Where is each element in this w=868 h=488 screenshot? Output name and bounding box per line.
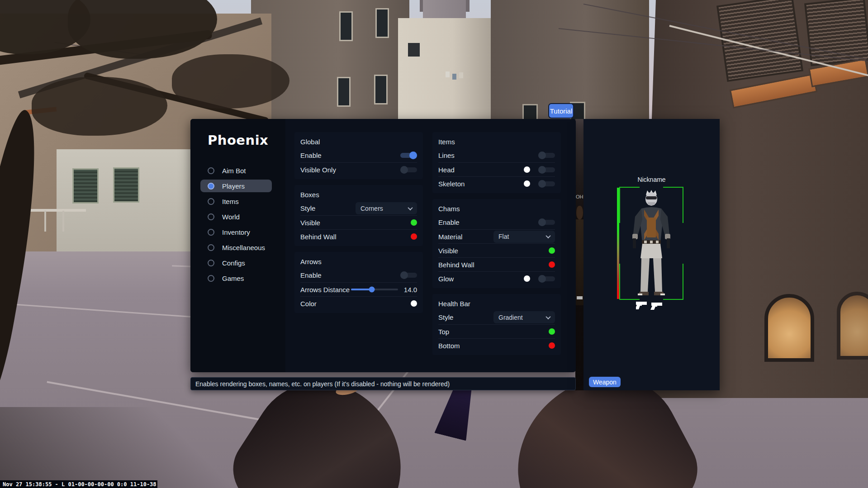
debug-text: Nov 27 15:38:55 - L 01-00-00-00-00 0:0 1… — [3, 481, 157, 488]
sidebar: Phoenix Aim Bot Players Items World — [190, 119, 285, 372]
slider-value: 14.0 — [403, 286, 417, 294]
setting-label: Visible — [438, 247, 458, 255]
radio-icon — [208, 244, 214, 251]
world-esp-sliver: OH — [575, 119, 583, 390]
esp-preview-panel: Nickname — [583, 119, 720, 390]
toggle-knob — [400, 166, 408, 174]
setting-label: Bottom — [438, 342, 460, 350]
esp-weapon-icon — [577, 296, 583, 299]
railing-bar — [44, 211, 46, 232]
shuttered-window — [113, 167, 139, 203]
material-dropdown[interactable]: Flat — [493, 231, 555, 243]
panel-boxes: Boxes Style Corners Visible Behind Wall — [294, 185, 423, 246]
clothesline-item — [459, 72, 463, 78]
setting-label: Enable — [438, 218, 460, 226]
sidebar-item-configs[interactable]: Configs — [200, 256, 272, 269]
preview-player-model — [629, 190, 674, 298]
setting-label: Style — [438, 313, 453, 321]
setting-label: Behind Wall — [300, 233, 336, 241]
healthbar-style-dropdown[interactable]: Gradient — [493, 311, 555, 323]
panel-chams: Chams Enable Material Flat Visible — [432, 199, 561, 288]
radio-icon — [208, 198, 214, 205]
setting-label: Visible Only — [300, 166, 336, 174]
chevron-down-icon — [545, 314, 550, 319]
toggle-knob — [538, 152, 546, 159]
setting-row: Head — [438, 162, 555, 176]
visible-only-toggle[interactable] — [400, 167, 417, 172]
radio-icon — [208, 229, 214, 236]
tutorial-button[interactable]: Tutorial — [548, 103, 574, 118]
color-swatch[interactable] — [411, 219, 417, 226]
color-swatch[interactable] — [549, 261, 555, 268]
sidebar-item-players[interactable]: Players — [200, 180, 272, 192]
panel-title: Chams — [438, 199, 555, 215]
setting-label: Style — [300, 204, 315, 212]
clothesline-item — [446, 71, 450, 77]
panel-title: Arrows — [300, 252, 417, 268]
arrows-enable-toggle[interactable] — [400, 273, 417, 278]
lines-toggle[interactable] — [538, 153, 555, 158]
setting-row: Top — [438, 324, 555, 338]
ground-shadow — [0, 407, 253, 488]
chams-enable-toggle[interactable] — [538, 220, 555, 225]
color-swatch[interactable] — [524, 166, 530, 173]
sidebar-item-items[interactable]: Items — [200, 195, 272, 208]
color-swatch[interactable] — [524, 275, 530, 282]
sidebar-item-miscellaneous[interactable]: Miscellaneous — [200, 241, 272, 254]
color-swatch[interactable] — [411, 233, 417, 240]
clothesline-item — [452, 74, 456, 80]
panel-global: Global Enable Visible Only — [294, 132, 423, 179]
sidebar-item-games[interactable]: Games — [200, 272, 272, 284]
dropdown-value: Gradient — [498, 314, 523, 321]
setting-row: Visible — [438, 243, 555, 257]
sidebar-item-world[interactable]: World — [200, 210, 272, 223]
sidebar-nav: Aim Bot Players Items World Inventory — [208, 164, 285, 284]
sidebar-item-aim-bot[interactable]: Aim Bot — [200, 164, 272, 177]
railing-bar — [62, 211, 64, 232]
status-bar: Enables rendering boxes, names, etc. on … — [190, 377, 576, 390]
head-toggle[interactable] — [538, 167, 555, 172]
setting-label: Enable — [300, 271, 322, 279]
toggle-knob — [409, 152, 417, 159]
style-dropdown[interactable]: Corners — [356, 202, 417, 214]
radio-icon — [208, 213, 214, 220]
panel-title: Health Bar — [438, 294, 555, 310]
slider-knob[interactable] — [369, 287, 375, 293]
glow-toggle[interactable] — [538, 276, 555, 281]
arrows-distance-slider[interactable] — [351, 289, 398, 290]
color-swatch[interactable] — [549, 328, 555, 335]
enable-toggle[interactable] — [400, 153, 417, 158]
radio-icon — [208, 275, 214, 282]
page-title: Phoenix — [208, 133, 285, 148]
dropdown-value: Corners — [360, 205, 383, 212]
color-swatch[interactable] — [549, 342, 555, 349]
toggle-knob — [538, 166, 546, 174]
skeleton-toggle[interactable] — [538, 181, 555, 186]
cheat-menu-window: Phoenix Aim Bot Players Items World — [190, 119, 576, 372]
radio-icon — [208, 167, 214, 174]
enemy-player-body — [575, 219, 583, 305]
setting-label: Behind Wall — [438, 261, 474, 269]
panel-health-bar: Health Bar Style Gradient Top Bottom — [432, 294, 561, 355]
sidebar-item-inventory[interactable]: Inventory — [200, 226, 272, 238]
debug-console-bar: Nov 27 15:38:55 - L 01-00-00-00-00 0:0 1… — [0, 480, 157, 488]
toggle-knob — [538, 218, 546, 226]
color-swatch[interactable] — [549, 247, 555, 254]
color-swatch[interactable] — [411, 300, 417, 307]
setting-label: Arrows Distance — [300, 286, 350, 294]
preview-weapon-icons — [636, 300, 665, 310]
setting-row: Enable — [438, 215, 555, 229]
status-text: Enables rendering boxes, names, etc. on … — [195, 380, 450, 388]
settings-content: Global Enable Visible Only Boxes Style — [285, 119, 576, 372]
setting-row: Style Gradient — [438, 310, 555, 324]
setting-row: Behind Wall — [438, 257, 555, 271]
setting-row: Material Flat — [438, 229, 555, 243]
arched-window — [764, 294, 814, 362]
setting-label: Head — [438, 166, 455, 174]
panel-items: Items Lines Head Skeleton — [432, 132, 561, 193]
enemy-player — [576, 206, 583, 219]
setting-label: Skeleton — [438, 180, 465, 188]
shuttered-window — [72, 168, 99, 204]
weapon-button[interactable]: Weapon — [589, 377, 621, 387]
color-swatch[interactable] — [524, 180, 530, 187]
